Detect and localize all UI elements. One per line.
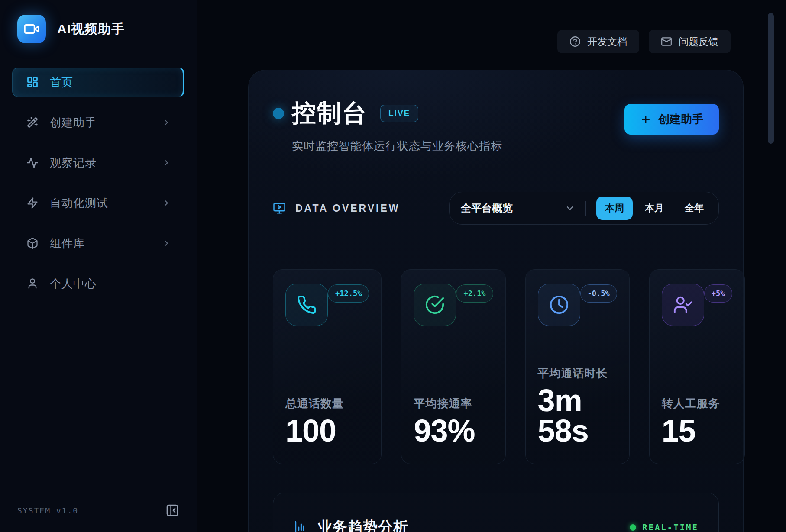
clock-icon [538, 284, 580, 326]
platform-select[interactable]: 全平台概览 [461, 201, 575, 215]
sidebar-item-profile[interactable]: 个人中心 [12, 269, 184, 298]
stat-value: 93% [414, 416, 493, 446]
page-title: 控制台 [292, 97, 367, 130]
sidebar-header: AI视频助手 [0, 0, 197, 56]
trend-title: 业务趋势分析 [317, 517, 408, 532]
topbar: 开发文档 问题反馈 [557, 30, 731, 53]
help-circle-icon [569, 36, 581, 47]
divider [273, 242, 719, 242]
dev-docs-label: 开发文档 [587, 35, 627, 48]
collapse-sidebar-icon[interactable] [165, 503, 179, 517]
check-circle-icon [414, 284, 456, 326]
live-badge: LIVE [380, 105, 418, 122]
plus-icon [640, 114, 651, 125]
chevron-down-icon [565, 203, 575, 213]
sidebar-item-label: 组件库 [50, 236, 85, 251]
sidebar-nav: 首页 创建助手 观察记录 [0, 56, 197, 309]
dev-docs-button[interactable]: 开发文档 [557, 30, 639, 53]
sidebar-item-create-assistant[interactable]: 创建助手 [12, 108, 184, 137]
cube-icon [26, 237, 39, 249]
stat-label: 平均通话时长 [538, 366, 617, 381]
app-logo [17, 15, 46, 43]
sidebar-item-label: 观察记录 [50, 155, 97, 171]
stat-value: 3m 58s [538, 385, 617, 446]
video-camera-icon [23, 21, 40, 37]
divider [585, 201, 586, 216]
scrollbar-thumb[interactable] [768, 13, 774, 144]
main-area: 开发文档 问题反馈 控制台 LIVE 实时监控智能体运行状态与业务核心指标 [197, 0, 786, 532]
console-header: 控制台 LIVE 实时监控智能体运行状态与业务核心指标 创建助手 [273, 70, 719, 154]
stat-value: 15 [662, 416, 732, 446]
stat-card-human-transfer: +5% 转人工服务 15 [649, 269, 745, 464]
create-assistant-button[interactable]: 创建助手 [624, 104, 719, 135]
sidebar-item-component-library[interactable]: 组件库 [12, 229, 184, 258]
overview-controls: 全平台概览 本周 本月 全年 [449, 192, 719, 225]
sidebar: AI视频助手 首页 创建助手 [0, 0, 197, 532]
stat-label: 平均接通率 [414, 396, 493, 411]
dashboard-icon [26, 76, 39, 88]
platform-select-value: 全平台概览 [461, 201, 513, 215]
stat-card-avg-duration: -0.5% 平均通话时长 3m 58s [525, 269, 630, 464]
range-tabs: 本周 本月 全年 [596, 197, 712, 220]
chevron-right-icon [162, 158, 171, 168]
wand-icon [26, 116, 39, 129]
user-check-icon [662, 284, 704, 326]
trend-analysis-panel: 业务趋势分析 REAL-TIME [273, 493, 719, 532]
bar-chart-icon [293, 520, 308, 532]
stat-card-total-calls: +12.5% 总通话数量 100 [273, 269, 382, 464]
sidebar-item-home[interactable]: 首页 [12, 68, 184, 97]
realtime-label: REAL-TIME [642, 522, 699, 532]
stat-card-answer-rate: +2.1% 平均接通率 93% [401, 269, 505, 464]
chevron-right-icon [162, 198, 171, 208]
green-status-dot [630, 524, 636, 531]
delta-badge: +5% [704, 284, 732, 303]
stat-label: 转人工服务 [662, 396, 732, 411]
delta-badge: +2.1% [456, 284, 493, 303]
lightning-icon [26, 197, 39, 209]
status-dot [273, 108, 284, 119]
sidebar-item-label: 创建助手 [50, 115, 97, 130]
section-label: DATA OVERVIEW [295, 203, 400, 214]
feedback-label: 问题反馈 [679, 35, 718, 48]
tab-this-month[interactable]: 本月 [636, 197, 673, 220]
monitor-play-icon [273, 202, 286, 215]
mail-icon [661, 36, 672, 47]
sidebar-item-label: 自动化测试 [50, 196, 108, 211]
sidebar-item-label: 个人中心 [50, 276, 97, 291]
sidebar-footer: SYSTEM v1.0 [0, 490, 197, 532]
system-version: SYSTEM v1.0 [17, 506, 78, 515]
console-panel: 控制台 LIVE 实时监控智能体运行状态与业务核心指标 创建助手 DATA OV… [248, 70, 744, 532]
chevron-right-icon [162, 118, 171, 127]
realtime-status: REAL-TIME [630, 522, 699, 532]
data-overview-bar: DATA OVERVIEW 全平台概览 本周 本月 全年 [273, 192, 719, 225]
create-assistant-label: 创建助手 [658, 112, 703, 127]
tab-this-week[interactable]: 本周 [596, 197, 633, 220]
feedback-button[interactable]: 问题反馈 [649, 30, 731, 53]
stats-grid: +12.5% 总通话数量 100 +2.1% 平均接通率 93% [273, 269, 719, 464]
sidebar-item-observation-log[interactable]: 观察记录 [12, 148, 184, 177]
page-subtitle: 实时监控智能体运行状态与业务核心指标 [292, 139, 719, 154]
tab-this-year[interactable]: 全年 [676, 197, 712, 220]
delta-badge: +12.5% [328, 284, 369, 303]
sidebar-item-label: 首页 [50, 75, 73, 90]
stat-value: 100 [285, 416, 369, 446]
delta-badge: -0.5% [580, 284, 617, 303]
phone-icon [285, 284, 328, 326]
sidebar-item-automation-test[interactable]: 自动化测试 [12, 188, 184, 218]
stat-label: 总通话数量 [285, 396, 369, 411]
user-icon [26, 277, 39, 290]
chevron-right-icon [162, 239, 171, 248]
app-title: AI视频助手 [57, 20, 125, 38]
activity-icon [26, 157, 39, 169]
